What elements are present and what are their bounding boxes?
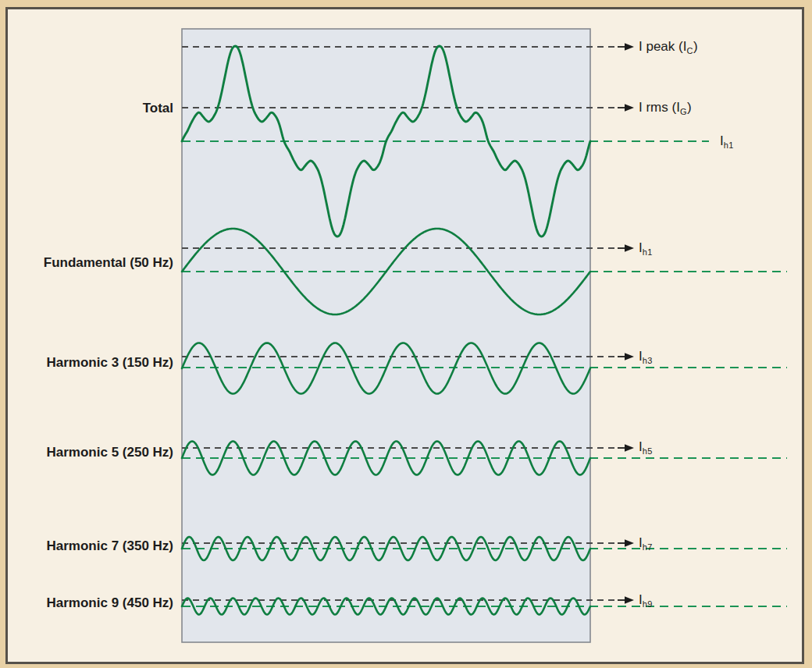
row-label-harmonic-7: Harmonic 7 (350 Hz) (0, 538, 173, 555)
arrowhead-icon (625, 353, 634, 361)
label-subscript: h5 (643, 446, 653, 456)
label-text: I rms (I (639, 100, 680, 115)
row-label-fundamental: Fundamental (50 Hz) (0, 254, 173, 272)
level-label-ih3: Ih3 (639, 348, 653, 369)
label-subscript: h7 (643, 542, 653, 552)
arrowhead-icon (625, 43, 634, 51)
label-subscript: C (686, 46, 693, 55)
arrowhead-icon (625, 596, 634, 604)
label-text: ) (693, 39, 698, 54)
arrowhead-icon (625, 539, 634, 547)
level-label-ih9: Ih9 (639, 592, 653, 613)
level-label-i-rms: I rms (IG) (639, 99, 692, 120)
row-label-harmonic-5: Harmonic 5 (250 Hz) (0, 444, 173, 461)
label-subscript: h1 (724, 140, 734, 150)
label-subscript: G (680, 107, 687, 116)
figure-canvas: Total Fundamental (50 Hz) Harmonic 3 (15… (0, 0, 812, 668)
arrowhead-icon (625, 104, 634, 112)
row-label-harmonic-3: Harmonic 3 (150 Hz) (0, 354, 173, 371)
arrowhead-icon (625, 244, 634, 252)
arrowhead-icon (625, 444, 634, 452)
row-label-total: Total (0, 100, 173, 117)
level-label-ih1-total: Ih1 (720, 133, 734, 154)
row-label-harmonic-9: Harmonic 9 (450 Hz) (0, 595, 173, 612)
label-subscript: h9 (643, 599, 653, 609)
level-label-i-peak: I peak (IC) (639, 38, 698, 59)
label-subscript: h3 (643, 356, 653, 365)
level-label-ih7: Ih7 (639, 535, 653, 556)
label-text: I peak (I (639, 39, 686, 54)
level-label-ih1: Ih1 (639, 240, 653, 261)
label-text: ) (687, 100, 692, 115)
label-subscript: h1 (643, 247, 653, 257)
level-label-ih5: Ih5 (639, 439, 653, 460)
